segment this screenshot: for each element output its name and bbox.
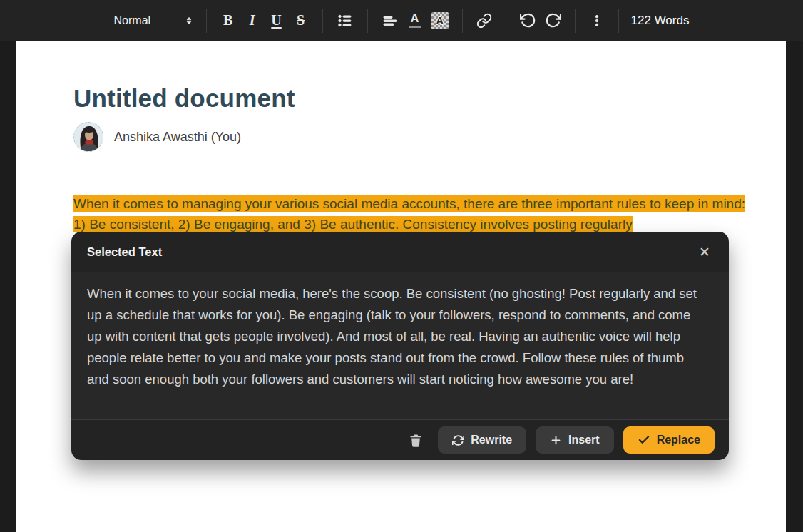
text-color-button[interactable]: A — [403, 6, 427, 35]
more-options-button[interactable] — [585, 6, 609, 35]
toolbar-divider — [575, 9, 576, 33]
highlight-color-button[interactable]: A — [427, 6, 453, 35]
italic-button[interactable]: I — [240, 6, 265, 35]
bold-label: B — [223, 12, 232, 29]
highlighted-paragraph[interactable]: When it comes to managing your various s… — [73, 194, 746, 235]
close-button[interactable]: ✕ — [699, 245, 710, 259]
modal-title: Selected Text — [87, 245, 162, 259]
modal-footer: Rewrite Insert Replace — [71, 419, 729, 460]
highlight-color-icon: A — [431, 12, 449, 29]
link-button[interactable] — [472, 6, 496, 35]
modal-header: Selected Text ✕ — [71, 232, 729, 272]
word-count: 122 Words — [628, 14, 692, 28]
toolbar-divider — [322, 9, 323, 33]
trash-icon — [409, 433, 423, 448]
delete-button[interactable] — [409, 433, 423, 448]
highlighted-text: When it comes to managing your various s… — [73, 195, 745, 232]
author-name: Anshika Awasthi (You) — [114, 130, 241, 145]
check-icon — [638, 434, 650, 446]
alignment-button[interactable] — [377, 6, 403, 35]
paragraph-style-label: Normal — [114, 14, 151, 27]
undo-icon — [520, 12, 536, 29]
modal-body: When it comes to your social media, here… — [71, 272, 729, 419]
author-avatar — [73, 122, 103, 152]
toolbar-divider — [506, 9, 506, 33]
document-title: Untitled document — [73, 84, 746, 113]
toolbar: Normal B I U S A — [0, 0, 803, 41]
toolbar-divider — [462, 9, 463, 33]
author-row: Anshika Awasthi (You) — [73, 122, 746, 152]
paragraph-style-dropdown[interactable]: Normal — [111, 6, 197, 35]
selected-text-modal: Selected Text ✕ When it comes to your so… — [71, 232, 729, 460]
bullet-list-button[interactable] — [332, 6, 358, 35]
text-color-icon: A — [409, 13, 421, 28]
redo-icon — [545, 12, 561, 29]
toolbar-divider — [206, 9, 207, 33]
rewrite-label: Rewrite — [471, 434, 512, 446]
refresh-icon — [452, 434, 464, 446]
alignment-icon — [382, 12, 399, 29]
strikethrough-button[interactable]: S — [289, 6, 313, 35]
close-icon: ✕ — [699, 245, 710, 260]
toolbar-divider — [618, 9, 619, 33]
rewritten-text: When it comes to your social media, here… — [87, 286, 697, 387]
replace-label: Replace — [657, 434, 700, 446]
italic-label: I — [250, 12, 255, 29]
bold-button[interactable]: B — [216, 6, 240, 35]
strikethrough-label: S — [297, 12, 305, 29]
rewrite-button[interactable]: Rewrite — [438, 426, 526, 454]
chevron-updown-icon — [184, 16, 194, 26]
bullet-list-icon — [337, 12, 354, 29]
kebab-menu-icon — [590, 14, 604, 28]
redo-button[interactable] — [541, 6, 566, 35]
toolbar-divider — [367, 9, 368, 33]
underline-label: U — [271, 12, 281, 29]
underline-button[interactable]: U — [265, 6, 289, 35]
link-icon — [476, 13, 492, 29]
plus-icon — [550, 434, 562, 446]
replace-button[interactable]: Replace — [623, 426, 715, 454]
insert-label: Insert — [568, 434, 600, 446]
undo-button[interactable] — [516, 6, 541, 35]
insert-button[interactable]: Insert — [536, 426, 614, 454]
